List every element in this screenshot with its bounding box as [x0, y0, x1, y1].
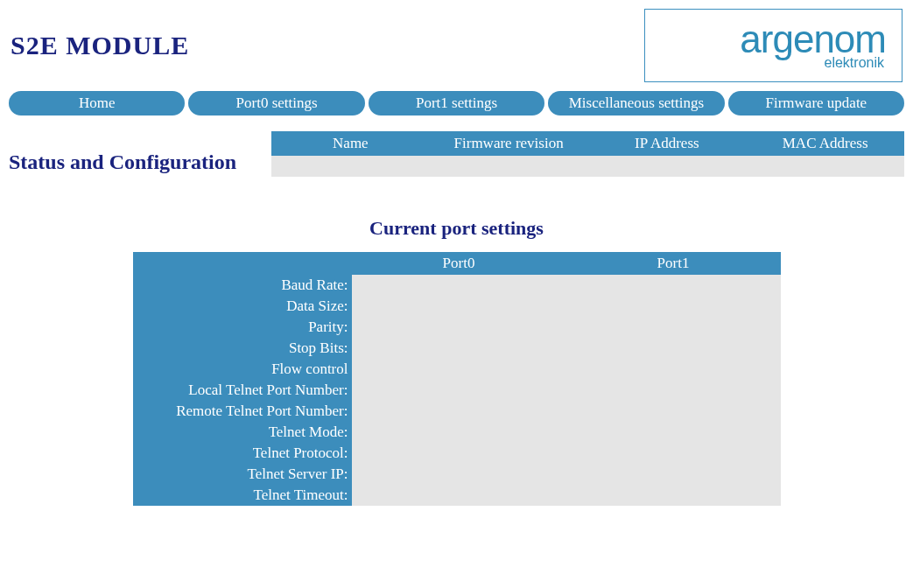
status-val-mac	[746, 156, 904, 177]
row-p1	[566, 422, 781, 443]
table-row: Parity:	[133, 317, 781, 338]
row-p0	[352, 317, 566, 338]
table-row: Stop Bits:	[133, 338, 781, 359]
table-row: Data Size:	[133, 296, 781, 317]
status-val-firmware	[430, 156, 588, 177]
port-col-blank	[133, 252, 352, 275]
status-heading: Status and Configuration	[9, 135, 271, 174]
status-col-firmware: Firmware revision	[430, 131, 588, 156]
row-label: Parity:	[133, 317, 352, 338]
nav-bar: Home Port0 settings Port1 settings Misce…	[0, 91, 913, 116]
nav-home[interactable]: Home	[9, 91, 185, 116]
table-row: Local Telnet Port Number:	[133, 380, 781, 401]
status-val-ip	[588, 156, 747, 177]
row-p0	[352, 401, 566, 422]
row-p1	[566, 443, 781, 464]
row-p0	[352, 422, 566, 443]
status-col-ip: IP Address	[588, 131, 747, 156]
row-p0	[352, 338, 566, 359]
row-label: Telnet Timeout:	[133, 485, 352, 506]
table-row: Baud Rate:	[133, 275, 781, 296]
row-p0	[352, 275, 566, 296]
port-table: Port0 Port1 Baud Rate: Data Size: Parity…	[133, 252, 781, 506]
nav-port0-settings[interactable]: Port0 settings	[188, 91, 364, 116]
table-row: Telnet Server IP:	[133, 464, 781, 485]
table-row: Telnet Mode:	[133, 422, 781, 443]
page-title: S2E MODULE	[11, 31, 189, 60]
row-label: Flow control	[133, 359, 352, 380]
row-label: Telnet Mode:	[133, 422, 352, 443]
port-table-body: Baud Rate: Data Size: Parity: Stop Bits:…	[133, 275, 781, 506]
row-p0	[352, 464, 566, 485]
row-p1	[566, 485, 781, 506]
nav-port1-settings[interactable]: Port1 settings	[369, 91, 544, 116]
table-row: Telnet Timeout:	[133, 485, 781, 506]
table-row: Remote Telnet Port Number:	[133, 401, 781, 422]
logo-box: argenom elektronik	[644, 9, 902, 82]
row-label: Baud Rate:	[133, 275, 352, 296]
row-p1	[566, 359, 781, 380]
port-col-port0: Port0	[352, 252, 566, 275]
row-label: Local Telnet Port Number:	[133, 380, 352, 401]
row-p0	[352, 380, 566, 401]
status-col-mac: MAC Address	[746, 131, 904, 156]
row-p1	[566, 275, 781, 296]
nav-firmware-update[interactable]: Firmware update	[728, 91, 904, 116]
logo-sub: elektronik	[825, 55, 884, 71]
table-row: Flow control	[133, 359, 781, 380]
row-p1	[566, 464, 781, 485]
row-p0	[352, 296, 566, 317]
row-label: Telnet Protocol:	[133, 443, 352, 464]
row-p1	[566, 380, 781, 401]
table-row: Telnet Protocol:	[133, 443, 781, 464]
logo-main: argenom	[740, 20, 886, 59]
port-col-port1: Port1	[566, 252, 781, 275]
row-p0	[352, 443, 566, 464]
status-val-name	[271, 156, 430, 177]
row-label: Data Size:	[133, 296, 352, 317]
row-label: Telnet Server IP:	[133, 464, 352, 485]
status-table: Name Firmware revision IP Address MAC Ad…	[271, 131, 904, 177]
port-section-title: Current port settings	[0, 217, 913, 240]
row-p0	[352, 485, 566, 506]
row-label: Remote Telnet Port Number:	[133, 401, 352, 422]
row-p0	[352, 359, 566, 380]
row-p1	[566, 338, 781, 359]
row-p1	[566, 296, 781, 317]
nav-misc-settings[interactable]: Miscellaneous settings	[548, 91, 724, 116]
status-col-name: Name	[271, 131, 430, 156]
row-p1	[566, 401, 781, 422]
row-label: Stop Bits:	[133, 338, 352, 359]
row-p1	[566, 317, 781, 338]
